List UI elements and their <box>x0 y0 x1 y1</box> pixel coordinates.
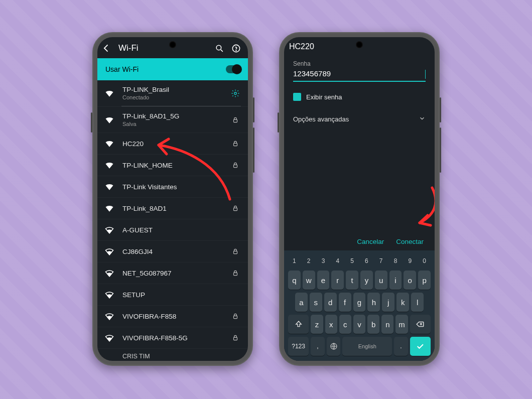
key-b[interactable]: b <box>367 315 379 334</box>
key-v[interactable]: v <box>353 315 365 334</box>
cancel-button[interactable]: Cancelar <box>357 238 384 245</box>
wifi-row[interactable]: TP-Link Visitantes <box>97 176 248 197</box>
comma-key[interactable]: , <box>311 337 325 356</box>
use-wifi-toggle[interactable] <box>226 65 241 73</box>
key-l[interactable]: l <box>411 293 424 312</box>
wifi-signal-icon <box>104 290 114 300</box>
key-d[interactable]: d <box>324 293 337 312</box>
key-c[interactable]: c <box>339 315 351 334</box>
wifi-row-partial[interactable]: CRIS TIM <box>97 348 248 361</box>
show-password-row[interactable]: Exibir senha <box>293 93 426 101</box>
key-7[interactable]: 7 <box>375 254 387 268</box>
wifi-full-icon <box>104 88 114 98</box>
wifi-subtext: Salva <box>122 121 222 127</box>
key-f[interactable]: f <box>339 293 351 312</box>
svg-point-2 <box>236 50 236 50</box>
wifi-row[interactable]: A-GUEST <box>97 219 248 240</box>
key-m[interactable]: m <box>395 315 408 334</box>
wifi-row[interactable]: NET_5G087967 <box>97 262 248 284</box>
front-camera <box>169 41 176 48</box>
screen-right: HC220 Senha 123456789 Exibir senha Opçõe… <box>284 37 435 361</box>
key-j[interactable]: j <box>382 293 394 312</box>
key-6[interactable]: 6 <box>360 254 373 268</box>
front-camera <box>356 41 363 48</box>
svg-rect-4 <box>234 119 237 122</box>
svg-point-0 <box>216 45 221 50</box>
key-s[interactable]: s <box>310 293 322 312</box>
password-input[interactable]: 123456789 <box>293 67 426 82</box>
connect-button[interactable]: Conectar <box>396 238 424 245</box>
key-a[interactable]: a <box>295 293 308 312</box>
key-8[interactable]: 8 <box>389 254 402 268</box>
wifi-row[interactable]: TP-Link_8AD1 <box>97 197 248 219</box>
show-password-label: Exibir senha <box>306 93 342 101</box>
use-wifi-label: Usar Wi-Fi <box>105 65 139 73</box>
key-5[interactable]: 5 <box>346 254 358 268</box>
space-key[interactable]: English <box>342 337 392 356</box>
key-3[interactable]: 3 <box>317 254 330 268</box>
wifi-row[interactable]: VIVOFIBRA-F858-5G <box>97 327 248 348</box>
symnum-key[interactable]: ?123 <box>288 337 309 356</box>
key-t[interactable]: t <box>346 271 358 290</box>
wifi-ssid: SETUP <box>122 291 222 299</box>
wifi-ssid: VIVOFIBRA-F858-5G <box>122 334 222 342</box>
show-password-checkbox[interactable] <box>293 93 301 101</box>
gear-icon[interactable] <box>230 89 241 98</box>
wifi-row[interactable]: CJ86GJI4 <box>97 240 248 262</box>
lock-icon <box>230 334 241 341</box>
key-h[interactable]: h <box>367 293 380 312</box>
svg-rect-7 <box>234 208 237 210</box>
key-n[interactable]: n <box>381 315 393 334</box>
globe-key[interactable] <box>327 337 341 356</box>
key-y[interactable]: y <box>360 271 373 290</box>
password-value: 123456789 <box>293 69 331 78</box>
wifi-ssid: TP-Link_8AD1_5G <box>122 112 222 120</box>
search-icon[interactable] <box>215 44 224 53</box>
key-e[interactable]: e <box>317 271 330 290</box>
key-9[interactable]: 9 <box>404 254 416 268</box>
period-key[interactable]: . <box>394 337 408 356</box>
key-u[interactable]: u <box>375 271 387 290</box>
key-4[interactable]: 4 <box>331 254 344 268</box>
key-g[interactable]: g <box>353 293 366 312</box>
svg-rect-9 <box>234 273 237 275</box>
wifi-row[interactable]: HC220 <box>97 132 248 154</box>
enter-key[interactable] <box>410 337 431 356</box>
key-o[interactable]: o <box>404 271 416 290</box>
key-0[interactable]: 0 <box>418 254 431 268</box>
password-label: Senha <box>293 60 426 67</box>
wifi-row[interactable]: TP-Link_8AD1_5GSalva <box>97 106 248 132</box>
key-r[interactable]: r <box>331 271 344 290</box>
help-icon[interactable] <box>231 44 241 53</box>
wifi-ssid: NET_5G087967 <box>122 270 222 277</box>
backspace-key[interactable] <box>410 315 431 334</box>
key-z[interactable]: z <box>311 315 323 334</box>
wifi-signal-icon <box>104 311 114 321</box>
wifi-ssid: CJ86GJI4 <box>122 248 222 255</box>
screen-left: Wi-Fi Usar Wi-Fi TP-LINK_Brasil Conectad… <box>97 37 248 361</box>
wifi-row[interactable]: VIVOFIBRA-F858 <box>97 305 248 327</box>
wifi-signal-icon <box>104 115 114 125</box>
app-bar-title: Wi-Fi <box>118 43 208 53</box>
wifi-signal-icon <box>104 268 114 278</box>
wifi-row[interactable]: TP-LINK_HOME <box>97 154 248 176</box>
svg-point-3 <box>234 92 237 94</box>
lock-icon <box>230 162 241 169</box>
key-q[interactable]: q <box>288 271 301 290</box>
wifi-signal-icon <box>104 203 114 213</box>
advanced-options-row[interactable]: Opções avançadas <box>293 115 426 123</box>
use-wifi-toggle-row[interactable]: Usar Wi-Fi <box>97 58 248 80</box>
key-2[interactable]: 2 <box>303 254 315 268</box>
key-k[interactable]: k <box>396 293 409 312</box>
key-p[interactable]: p <box>418 271 431 290</box>
shift-key[interactable] <box>288 315 309 334</box>
key-w[interactable]: w <box>303 271 315 290</box>
svg-rect-5 <box>234 143 237 146</box>
key-1[interactable]: 1 <box>288 254 301 268</box>
back-icon[interactable] <box>101 43 111 53</box>
key-i[interactable]: i <box>389 271 402 290</box>
key-x[interactable]: x <box>325 315 337 334</box>
wifi-row[interactable]: SETUP <box>97 284 248 305</box>
wifi-connected-row[interactable]: TP-LINK_Brasil Conectado <box>97 80 248 106</box>
phone-right: HC220 Senha 123456789 Exibir senha Opçõe… <box>279 32 440 366</box>
